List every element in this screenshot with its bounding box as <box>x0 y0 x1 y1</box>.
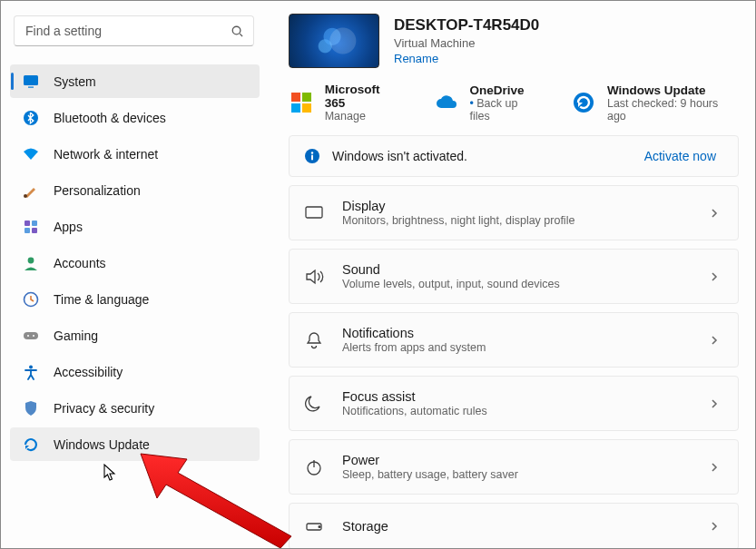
chevron-right-icon <box>709 271 720 282</box>
chevron-right-icon <box>709 521 720 532</box>
svg-point-13 <box>33 335 34 337</box>
m365-title: Microsoft 365 <box>325 83 403 110</box>
svg-point-21 <box>311 152 313 153</box>
svg-point-4 <box>24 194 27 198</box>
sidebar-item-label: Network & internet <box>54 147 158 162</box>
setting-sub: Sleep, battery usage, battery saver <box>342 468 691 481</box>
setting-display[interactable]: Display Monitors, brightness, night ligh… <box>289 185 739 240</box>
brush-icon <box>23 182 39 199</box>
setting-sub: Alerts from apps and system <box>342 341 691 354</box>
svg-rect-1 <box>24 75 38 85</box>
accounts-icon <box>23 255 39 271</box>
bell-icon <box>304 330 324 350</box>
sidebar-item-time[interactable]: Time & language <box>10 282 260 316</box>
refresh-icon <box>23 436 39 453</box>
search-box[interactable] <box>14 15 254 46</box>
sidebar: System Bluetooth & devices Network & int… <box>1 1 269 548</box>
setting-focus-assist[interactable]: Focus assist Notifications, automatic ru… <box>289 376 739 431</box>
device-thumbnail[interactable] <box>289 14 379 68</box>
sidebar-item-bluetooth[interactable]: Bluetooth & devices <box>10 101 260 134</box>
svg-point-9 <box>28 257 34 263</box>
chevron-right-icon <box>709 208 720 219</box>
apps-icon <box>23 219 39 235</box>
storage-icon <box>304 516 324 536</box>
setting-notifications[interactable]: Notifications Alerts from apps and syste… <box>289 312 739 368</box>
setting-title: Display <box>342 199 691 213</box>
svg-rect-11 <box>24 332 38 339</box>
svg-point-26 <box>319 526 320 528</box>
setting-title: Power <box>342 453 691 467</box>
onedrive-title: OneDrive <box>469 83 540 97</box>
svg-point-12 <box>27 335 29 337</box>
sidebar-item-accounts[interactable]: Accounts <box>10 246 260 279</box>
sidebar-item-label: System <box>54 74 96 89</box>
onedrive-card[interactable]: OneDrive Back up files <box>434 83 541 123</box>
sidebar-item-apps[interactable]: Apps <box>10 210 260 243</box>
banner-text: Windows isn't activated. <box>332 149 644 163</box>
svg-rect-5 <box>25 221 30 226</box>
sidebar-item-label: Privacy & security <box>54 401 154 416</box>
setting-sub: Notifications, automatic rules <box>342 405 691 417</box>
wu-sub: Last checked: 9 hours ago <box>607 97 739 123</box>
svg-rect-2 <box>28 86 34 87</box>
svg-point-14 <box>29 365 33 368</box>
display-icon <box>304 203 324 223</box>
chevron-right-icon <box>709 398 720 409</box>
moon-icon <box>304 394 324 414</box>
setting-title: Storage <box>342 519 691 534</box>
setting-title: Notifications <box>342 326 691 340</box>
sidebar-item-gaming[interactable]: Gaming <box>10 319 260 352</box>
search-input[interactable] <box>25 24 231 38</box>
sidebar-item-accessibility[interactable]: Accessibility <box>10 355 260 388</box>
windows-update-card[interactable]: Windows Update Last checked: 9 hours ago <box>571 83 739 123</box>
rename-link[interactable]: Rename <box>394 52 539 65</box>
clock-icon <box>23 291 39 308</box>
info-icon <box>304 148 320 164</box>
device-name: DESKTOP-T4R54D0 <box>394 16 539 34</box>
shield-icon <box>23 400 39 417</box>
activation-banner: Windows isn't activated. Activate now <box>289 135 739 177</box>
svg-rect-18 <box>302 103 311 113</box>
sidebar-item-network[interactable]: Network & internet <box>10 137 260 171</box>
svg-rect-6 <box>32 221 37 226</box>
gaming-icon <box>23 328 39 344</box>
bluetooth-icon <box>23 110 39 126</box>
sidebar-item-label: Time & language <box>54 292 149 307</box>
sidebar-item-label: Gaming <box>54 328 98 343</box>
refresh-icon <box>571 90 596 115</box>
svg-rect-23 <box>306 207 322 218</box>
microsoft-365-card[interactable]: Microsoft 365 Manage <box>289 83 403 123</box>
svg-point-19 <box>574 93 594 113</box>
cloud-icon <box>434 90 459 115</box>
main-panel: DESKTOP-T4R54D0 Virtual Machine Rename M… <box>269 1 755 548</box>
sidebar-item-label: Windows Update <box>54 437 150 452</box>
sidebar-item-system[interactable]: System <box>10 64 260 98</box>
setting-title: Focus assist <box>342 389 691 404</box>
sidebar-item-label: Personalization <box>54 183 141 198</box>
svg-rect-8 <box>32 228 37 233</box>
setting-power[interactable]: Power Sleep, battery usage, battery save… <box>289 439 739 495</box>
setting-sound[interactable]: Sound Volume levels, output, input, soun… <box>289 249 739 304</box>
svg-rect-16 <box>302 93 311 102</box>
onedrive-sub: Back up files <box>469 97 540 123</box>
sidebar-item-privacy[interactable]: Privacy & security <box>10 391 260 425</box>
sidebar-item-personalization[interactable]: Personalization <box>10 173 260 207</box>
sidebar-item-label: Apps <box>54 220 83 234</box>
chevron-right-icon <box>709 462 720 473</box>
svg-rect-22 <box>311 155 313 161</box>
search-icon <box>231 25 244 38</box>
setting-sub: Monitors, brightness, night light, displ… <box>342 214 691 227</box>
setting-sub: Volume levels, output, input, sound devi… <box>342 278 691 290</box>
setting-storage[interactable]: Storage <box>289 503 739 548</box>
power-icon <box>304 457 324 477</box>
system-icon <box>23 74 39 90</box>
device-type: Virtual Machine <box>394 36 539 50</box>
sidebar-item-label: Bluetooth & devices <box>54 111 166 125</box>
accessibility-icon <box>23 364 39 380</box>
sidebar-item-windows-update[interactable]: Windows Update <box>10 427 260 461</box>
m365-icon <box>289 90 314 115</box>
wu-title: Windows Update <box>607 83 739 97</box>
svg-rect-7 <box>25 228 30 233</box>
sidebar-item-label: Accessibility <box>54 365 123 379</box>
activate-link[interactable]: Activate now <box>644 149 716 163</box>
